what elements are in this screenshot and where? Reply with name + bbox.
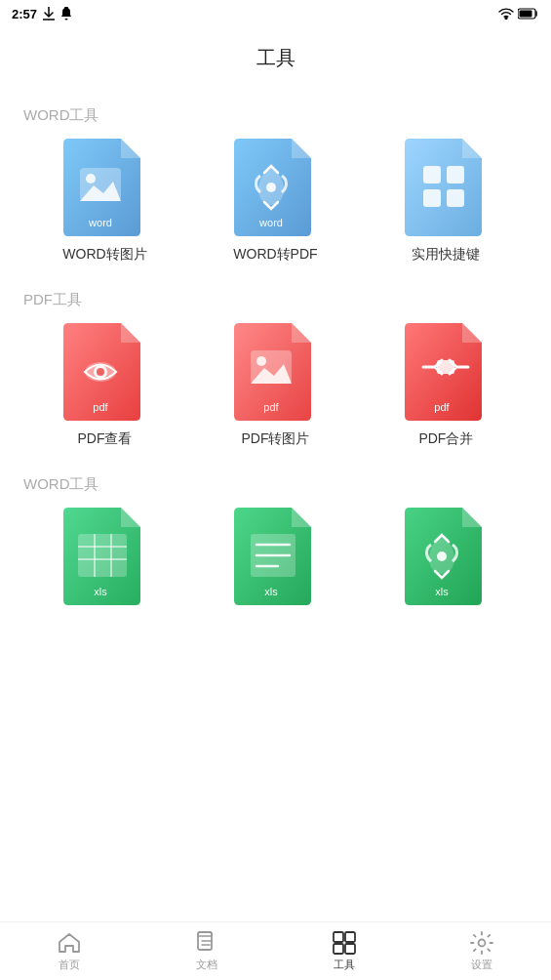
xls-pdf-icon: xls <box>402 508 490 605</box>
nav-tools[interactable]: 工具 <box>276 930 413 972</box>
svg-rect-38 <box>345 932 355 942</box>
home-icon <box>57 930 82 956</box>
tool-xls-pdf[interactable]: xls <box>361 508 531 625</box>
xls-table-icon: xls <box>60 508 148 605</box>
wifi-icon <box>498 8 514 20</box>
status-time: 2:57 <box>12 7 37 21</box>
svg-rect-20 <box>437 360 454 374</box>
nav-home-label: 首页 <box>59 958 80 972</box>
svg-rect-37 <box>334 932 343 942</box>
svg-rect-9 <box>447 166 464 184</box>
word-image-icon: word <box>60 139 148 236</box>
pdf-view-icon: pdf <box>60 323 148 421</box>
svg-text:xls: xls <box>265 586 279 597</box>
xls-doc-icon: xls <box>231 508 319 605</box>
svg-rect-8 <box>423 166 441 184</box>
pdf-image-icon: pdf <box>231 323 319 421</box>
tool-word-to-pdf-label: WORD转PDF <box>233 246 317 264</box>
tool-grid-pdf: pdf PDF查看 <box>20 323 531 458</box>
tool-pdf-view-label: PDF查看 <box>77 430 132 448</box>
svg-text:word: word <box>89 217 113 228</box>
word-pdf-icon: word <box>231 139 319 236</box>
tools-icon <box>332 930 357 956</box>
section-label-word1: WORD工具 <box>23 106 531 125</box>
svg-rect-40 <box>345 944 355 954</box>
tool-shortcuts[interactable]: 实用快捷键 <box>361 139 531 273</box>
svg-point-7 <box>266 183 276 192</box>
shortcuts-icon <box>402 139 490 236</box>
tool-word-to-pdf[interactable]: word WORD转PDF <box>190 139 361 273</box>
status-bar: 2:57 <box>0 0 551 27</box>
bottom-nav: 首页 文档 工具 设置 <box>0 921 551 980</box>
nav-tools-label: 工具 <box>334 958 355 972</box>
tool-shortcuts-label: 实用快捷键 <box>412 246 480 264</box>
svg-text:xls: xls <box>95 586 108 597</box>
nav-settings[interactable]: 设置 <box>413 930 551 972</box>
battery-icon <box>518 8 539 20</box>
section-label-word2: WORD工具 <box>23 475 531 494</box>
settings-icon <box>469 930 494 956</box>
tool-pdf-to-image[interactable]: pdf PDF转图片 <box>190 323 361 458</box>
page-title: 工具 <box>0 27 551 79</box>
tool-pdf-to-image-label: PDF转图片 <box>241 430 309 448</box>
tool-word-to-image[interactable]: word WORD转图片 <box>20 139 190 273</box>
tool-grid-word1: word WORD转图片 <box>20 139 531 273</box>
content-area: WORD工具 word <box>0 79 551 973</box>
svg-point-5 <box>86 174 96 184</box>
status-icons <box>498 8 539 20</box>
pdf-merge-icon: pdf <box>402 323 490 421</box>
tool-word-to-image-label: WORD转图片 <box>62 246 146 264</box>
section-label-pdf: PDF工具 <box>23 291 531 309</box>
svg-rect-22 <box>78 534 127 577</box>
tool-pdf-view[interactable]: pdf PDF查看 <box>20 323 190 458</box>
nav-document-label: 文档 <box>196 958 217 972</box>
tool-grid-word2: xls <box>20 508 531 625</box>
download-icon <box>43 7 55 20</box>
nav-document[interactable]: 文档 <box>138 930 275 972</box>
svg-point-15 <box>97 368 104 376</box>
tool-pdf-merge[interactable]: pdf PDF合并 <box>361 323 531 458</box>
svg-rect-11 <box>447 189 464 207</box>
svg-text:pdf: pdf <box>435 401 451 413</box>
svg-text:pdf: pdf <box>94 401 109 413</box>
svg-text:xls: xls <box>436 586 450 597</box>
tool-pdf-merge-label: PDF合并 <box>418 430 473 448</box>
svg-point-18 <box>256 356 266 366</box>
svg-rect-39 <box>334 944 343 954</box>
document-icon <box>194 930 219 956</box>
nav-settings-label: 设置 <box>471 958 492 972</box>
nav-home[interactable]: 首页 <box>0 930 138 972</box>
svg-text:pdf: pdf <box>264 401 280 413</box>
svg-text:word: word <box>259 217 284 228</box>
svg-rect-2 <box>520 11 532 18</box>
notification-icon <box>60 7 72 20</box>
svg-point-41 <box>479 940 486 947</box>
tool-xls-table[interactable]: xls <box>20 508 190 625</box>
tool-xls-doc[interactable]: xls <box>190 508 361 625</box>
svg-point-33 <box>437 551 447 561</box>
svg-rect-10 <box>423 189 441 207</box>
